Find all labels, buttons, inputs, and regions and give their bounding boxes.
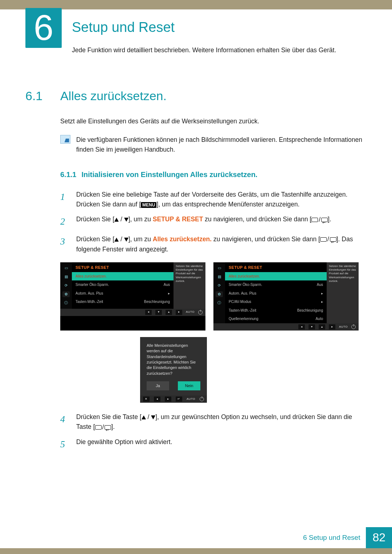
note-block: Die verfügbaren Funktionen können je nac… xyxy=(25,135,367,155)
rotate-icon: ⟳ xyxy=(216,283,223,288)
confirm-dialog-wrap: Alle Menüeinstellungen werden auf die St… xyxy=(105,337,207,403)
chapter-subtitle: Jede Funktion wird detailliert beschrieb… xyxy=(72,45,336,55)
osd-menu-item[interactable]: Smarter Öko-Sparm.Aus xyxy=(72,280,173,289)
step-number: 2 xyxy=(60,214,68,229)
auto-label: AUTO xyxy=(187,397,195,401)
enter-source-icon: / xyxy=(95,422,111,432)
power-icon xyxy=(198,310,203,315)
chapter-title: Setup und Reset xyxy=(72,17,336,38)
left-key-icon: ◂ xyxy=(145,310,152,315)
nav-target: Alles zurücksetzen. xyxy=(153,235,212,243)
down-arrow-icon xyxy=(124,218,128,222)
auto-label: AUTO xyxy=(339,325,348,329)
up-arrow-icon xyxy=(142,415,146,419)
step-list-cont: 4 Drücken Sie die Taste [ / ], um zur ge… xyxy=(25,412,367,452)
down-arrow-icon xyxy=(124,238,128,242)
osd-menu-item[interactable]: Autom. Aus. Plus▸ xyxy=(225,289,327,298)
step-5: 5 Die gewählte Option wird aktiviert. xyxy=(60,437,367,452)
osd-footer: ◂ ▾ ▴ ▸ AUTO xyxy=(213,323,359,331)
osd-sidebar: ▭ ▤ ⟳ ✿ ⓘ xyxy=(213,262,225,323)
step-3: 3 Drücken Sie [ / ], um zu Alles zurücks… xyxy=(60,234,367,254)
step-2: 2 Drücken Sie [ / ], um zu SETUP & RESET… xyxy=(60,214,367,229)
enter-source-icon: / xyxy=(320,234,336,244)
subsection-title: Initialisieren von Einstellungen Alles z… xyxy=(81,169,257,180)
osd-menu-item[interactable]: QuellenerkennungAuto xyxy=(225,315,327,323)
osd-title: SETUP & RESET xyxy=(225,262,327,272)
settings-icon: ✿ xyxy=(62,291,70,297)
section-number: 6.1 xyxy=(25,86,50,106)
step-text: Drücken Sie die Taste [ xyxy=(76,413,142,420)
section-title: Alles zurücksetzen. xyxy=(60,86,167,106)
step-text: ], um das entsprechende Menüfenster anzu… xyxy=(156,201,299,208)
osd-menu-item[interactable]: Tasten-Wdh.-ZeitBeschleunigung xyxy=(225,306,327,315)
section-header: 6.1 Alles zurücksetzen. xyxy=(25,86,367,106)
step-text: Die gewählte Option wird aktiviert. xyxy=(76,437,367,452)
osd-footer: ◂ ▾ ▴ ▸ AUTO xyxy=(60,309,205,316)
up-arrow-icon xyxy=(114,218,119,222)
step-list: 1 Drücken Sie eine beliebige Taste auf d… xyxy=(25,190,367,254)
down-key-icon: ▾ xyxy=(309,324,315,329)
step-text: ], um zu xyxy=(128,216,153,223)
step-number: 3 xyxy=(60,234,68,254)
step-4: 4 Drücken Sie die Taste [ / ], um zur ge… xyxy=(60,412,367,432)
subsection-header: 6.1.1 Initialisieren von Einstellungen A… xyxy=(25,169,367,180)
osd-help-text: Setzen Sie sämtliche Einstellungen für d… xyxy=(327,262,359,323)
step-number: 1 xyxy=(60,190,68,209)
osd-menu-item[interactable]: Alles zurücksetzen. xyxy=(225,272,327,281)
step-text: zu navigieren, und drücken Sie dann [ xyxy=(212,235,320,243)
power-icon xyxy=(200,397,204,401)
step-number: 5 xyxy=(60,437,68,452)
menu-button-icon: MENU xyxy=(141,202,156,208)
dialog-no-button[interactable]: Nein xyxy=(178,381,200,390)
osd-menu: SETUP & RESET Alles zurücksetzen.Smarter… xyxy=(225,262,327,323)
right-key-icon: ▸ xyxy=(176,310,182,315)
step-1: 1 Drücken Sie eine beliebige Taste auf d… xyxy=(60,190,367,209)
section-intro: Setzt alle Einstellungen des Geräts auf … xyxy=(25,116,367,126)
left-key-icon: ◂ xyxy=(298,324,305,329)
osd-panel-1: ▭ ▤ ⟳ ✿ ⓘ SETUP & RESET Alles zurücksetz… xyxy=(60,262,205,331)
up-arrow-icon xyxy=(114,238,119,242)
dialog-footer: ✕ ◂ ▸ ↵ AUTO xyxy=(140,395,207,403)
enter-source-icon: / xyxy=(311,215,328,225)
settings-icon: ✿ xyxy=(216,291,223,297)
osd-menu-item[interactable]: Autom. Aus. Plus▸ xyxy=(72,289,173,298)
osd-sidebar: ▭ ▤ ⟳ ✿ ⓘ xyxy=(60,262,72,309)
note-text: Die verfügbaren Funktionen können je nac… xyxy=(76,135,367,155)
power-icon xyxy=(351,325,356,329)
confirm-dialog: Alle Menüeinstellungen werden auf die St… xyxy=(140,337,207,395)
osd-panel-2: ▭ ▤ ⟳ ✿ ⓘ SETUP & RESET Alles zurücksetz… xyxy=(213,262,359,331)
step-number: 4 xyxy=(60,412,68,432)
osd-title: SETUP & RESET xyxy=(72,262,173,272)
osd-menu: SETUP & RESET Alles zurücksetzen.Smarter… xyxy=(72,262,173,309)
rotate-icon: ⟳ xyxy=(62,283,70,288)
picture-icon: ▤ xyxy=(62,274,70,280)
close-key-icon: ✕ xyxy=(143,397,150,402)
osd-help-text: Setzen Sie sämtliche Einstellungen für d… xyxy=(173,262,205,309)
nav-target: SETUP & RESET xyxy=(153,216,203,223)
osd-menu-item[interactable]: Smarter Öko-Sparm.Aus xyxy=(225,280,327,289)
up-key-icon: ▴ xyxy=(319,324,325,329)
step-text: Drücken Sie [ xyxy=(76,216,114,223)
monitor-icon: ▭ xyxy=(62,265,70,271)
subsection-number: 6.1.1 xyxy=(60,169,76,180)
osd-menu-item[interactable]: PC/AV-Modus▸ xyxy=(225,297,327,306)
info-icon: ⓘ xyxy=(62,300,70,306)
left-key-icon: ◂ xyxy=(154,397,160,402)
monitor-icon: ▭ xyxy=(216,265,223,271)
osd-menu-item[interactable]: Tasten-Wdh.-ZeitBeschleunigung xyxy=(72,297,173,306)
step-text: Drücken Sie [ xyxy=(76,235,114,243)
step-text: zu navigieren, und drücken Sie dann [ xyxy=(203,216,312,223)
right-key-icon: ▸ xyxy=(165,397,171,402)
step-text: ], um zu xyxy=(128,235,153,243)
down-key-icon: ▾ xyxy=(155,310,162,315)
osd-menu-item[interactable]: Alles zurücksetzen. xyxy=(72,272,173,281)
chapter-header: 6 Setup und Reset Jede Funktion wird det… xyxy=(0,8,392,55)
note-icon xyxy=(60,135,70,144)
dialog-yes-button[interactable]: Ja xyxy=(147,381,169,390)
up-key-icon: ▴ xyxy=(166,310,172,315)
down-arrow-icon xyxy=(151,415,155,419)
right-key-icon: ▸ xyxy=(329,324,335,329)
dialog-question: Alle Menüeinstellungen werden auf die St… xyxy=(147,343,200,376)
picture-icon: ▤ xyxy=(216,274,223,280)
info-icon: ⓘ xyxy=(216,300,223,306)
